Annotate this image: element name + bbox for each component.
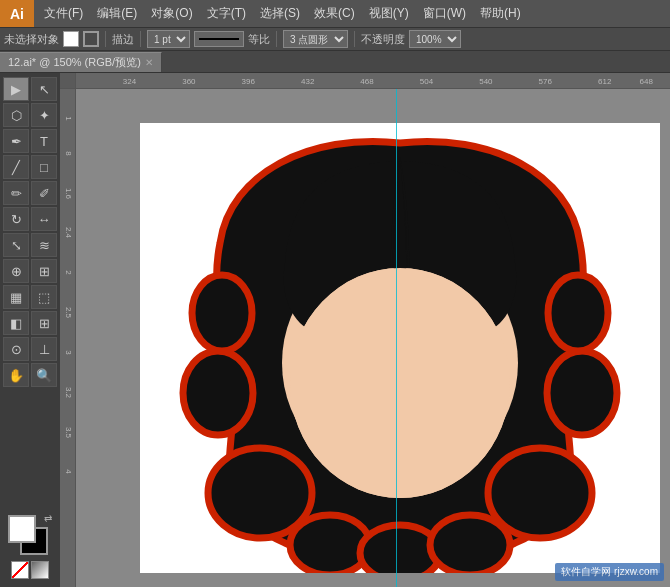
blend-tool[interactable]: ⊕: [3, 259, 29, 283]
ruler-v-3: 3: [63, 350, 72, 354]
menu-items: 文件(F) 编辑(E) 对象(O) 文字(T) 选择(S) 效果(C) 视图(Y…: [34, 3, 527, 24]
ruler-h-648: 648: [640, 77, 653, 86]
menu-bar: Ai 文件(F) 编辑(E) 对象(O) 文字(T) 选择(S) 效果(C) 视…: [0, 0, 670, 27]
horizontal-ruler: 324 360 396 432 468 504 540 576 612 648: [76, 73, 670, 89]
svg-point-2: [290, 515, 370, 573]
menu-text[interactable]: 文字(T): [201, 3, 252, 24]
svg-point-6: [192, 275, 252, 351]
scale-tool[interactable]: ⤡: [3, 233, 29, 257]
swap-colors-icon[interactable]: ⇄: [44, 513, 52, 524]
ruler-v-1: 1: [63, 116, 72, 120]
ruler-h-468: 468: [360, 77, 373, 86]
lasso-tool[interactable]: ⬡: [3, 103, 29, 127]
line-tool[interactable]: ╱: [3, 155, 29, 179]
watermark: 软件自学网 rjzxw.com: [555, 563, 664, 581]
sep2: [140, 31, 141, 47]
menu-view[interactable]: 视图(Y): [363, 3, 415, 24]
reflect-tool[interactable]: ↔: [31, 207, 57, 231]
svg-point-8: [548, 275, 608, 351]
magic-wand-tool[interactable]: ✦: [31, 103, 57, 127]
ruler-h-432: 432: [301, 77, 314, 86]
watermark-text: rjzxw.com: [614, 566, 658, 577]
eyedropper-tool[interactable]: ⊙: [3, 337, 29, 361]
column-graph-tool[interactable]: ▦: [3, 285, 29, 309]
pencil-tool[interactable]: ✐: [31, 181, 57, 205]
menu-object[interactable]: 对象(O): [145, 3, 198, 24]
svg-point-11: [290, 268, 510, 498]
canvas-area[interactable]: 324 360 396 432 468 504 540 576 612 648 …: [60, 73, 670, 587]
tool-row-6: ↻ ↔: [3, 207, 57, 231]
color-swatches: ⇄: [8, 515, 52, 587]
tool-row-1: ▶ ↖: [3, 77, 57, 101]
sep4: [354, 31, 355, 47]
ruler-corner: [60, 73, 76, 89]
tool-row-11: ⊙ ⊥: [3, 337, 57, 361]
ruler-h-324: 324: [123, 77, 136, 86]
pen-tool[interactable]: ✒: [3, 129, 29, 153]
swatch-container: ⇄: [8, 515, 52, 555]
tool-row-10: ◧ ⊞: [3, 311, 57, 335]
measure-tool[interactable]: ⊥: [31, 337, 57, 361]
app-logo: Ai: [0, 0, 34, 27]
tab-close-button[interactable]: ✕: [145, 57, 153, 68]
mesh-tool[interactable]: ⊞: [31, 311, 57, 335]
opacity-label: 不透明度: [361, 32, 405, 47]
fill-label: 未选择对象: [4, 32, 59, 47]
svg-point-4: [430, 515, 510, 573]
symbol-tool[interactable]: ⊞: [31, 259, 57, 283]
menu-effect[interactable]: 效果(C): [308, 3, 361, 24]
warp-tool[interactable]: ≋: [31, 233, 57, 257]
menu-window[interactable]: 窗口(W): [417, 3, 472, 24]
ruler-v-24: 2.4: [63, 227, 72, 238]
ruler-v-35: 3.5: [63, 427, 72, 438]
fill-color[interactable]: [63, 31, 79, 47]
selection-tool[interactable]: ▶: [3, 77, 29, 101]
menu-edit[interactable]: 编辑(E): [91, 3, 143, 24]
text-tool[interactable]: T: [31, 129, 57, 153]
ruler-h-504: 504: [420, 77, 433, 86]
menu-help[interactable]: 帮助(H): [474, 3, 527, 24]
character-group: [183, 141, 617, 573]
stroke-line-inner: [199, 38, 239, 40]
sep3: [276, 31, 277, 47]
ratio-label: 等比: [248, 32, 270, 47]
menu-file[interactable]: 文件(F): [38, 3, 89, 24]
ruler-v-32: 3.2: [63, 387, 72, 398]
ruler-h-396: 396: [242, 77, 255, 86]
hand-tool[interactable]: ✋: [3, 363, 29, 387]
watermark-prefix: 软件自学网: [561, 566, 611, 577]
foreground-color-swatch[interactable]: [8, 515, 36, 543]
gradient-swatch[interactable]: [31, 561, 49, 579]
zoom-tool[interactable]: 🔍: [31, 363, 57, 387]
svg-point-7: [547, 351, 617, 435]
tab-main[interactable]: 12.ai* @ 150% (RGB/预览) ✕: [0, 52, 162, 72]
stroke-line-preview: [194, 31, 244, 47]
artboard-tool[interactable]: ⬚: [31, 285, 57, 309]
opacity-select[interactable]: 100%: [409, 30, 461, 48]
stroke-width-select[interactable]: 1 pt: [147, 30, 190, 48]
rectangle-tool[interactable]: □: [31, 155, 57, 179]
none-swatch[interactable]: [11, 561, 29, 579]
stroke-color[interactable]: [83, 31, 99, 47]
tool-row-7: ⤡ ≋: [3, 233, 57, 257]
tool-row-4: ╱ □: [3, 155, 57, 179]
menu-select[interactable]: 选择(S): [254, 3, 306, 24]
direct-selection-tool[interactable]: ↖: [31, 77, 57, 101]
ruler-v-25: 2.5: [63, 307, 72, 318]
tab-label: 12.ai* @ 150% (RGB/预览): [8, 55, 141, 70]
illustration-svg: [130, 113, 670, 573]
gradient-tool[interactable]: ◧: [3, 311, 29, 335]
tool-row-9: ▦ ⬚: [3, 285, 57, 309]
rotate-tool[interactable]: ↻: [3, 207, 29, 231]
ruler-v-2: 2: [63, 271, 72, 275]
shape-select[interactable]: 3 点圆形: [283, 30, 348, 48]
tab-bar: 12.ai* @ 150% (RGB/预览) ✕: [0, 51, 670, 73]
tool-row-5: ✏ ✐: [3, 181, 57, 205]
sep1: [105, 31, 106, 47]
ruler-h-612: 612: [598, 77, 611, 86]
tool-row-12: ✋ 🔍: [3, 363, 57, 387]
ruler-h-576: 576: [539, 77, 552, 86]
paintbrush-tool[interactable]: ✏: [3, 181, 29, 205]
toolbar: 未选择对象 描边 1 pt 等比 3 点圆形 不透明度 100%: [0, 27, 670, 51]
ruler-h-540: 540: [479, 77, 492, 86]
